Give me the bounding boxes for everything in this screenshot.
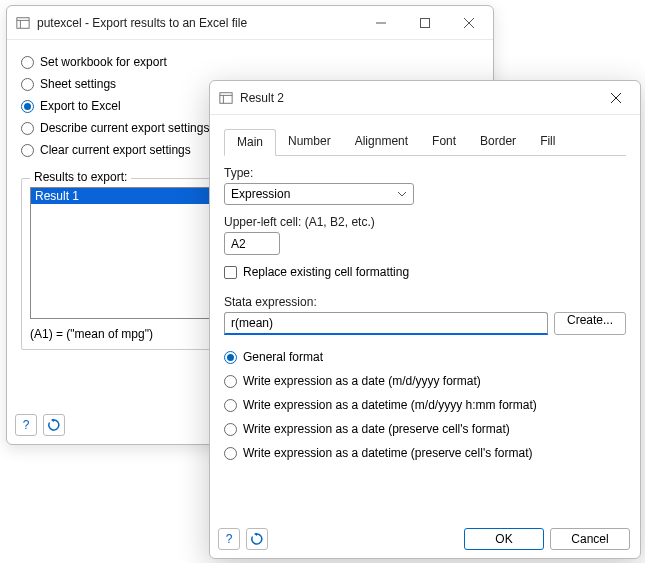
tab-number[interactable]: Number bbox=[276, 129, 343, 155]
cancel-button[interactable]: Cancel bbox=[550, 528, 630, 550]
stata-expr-value: r(mean) bbox=[231, 316, 273, 330]
ok-button[interactable]: OK bbox=[464, 528, 544, 550]
radio-label: General format bbox=[243, 350, 323, 364]
window-title: putexcel - Export results to an Excel fi… bbox=[37, 16, 359, 30]
minimize-button[interactable] bbox=[359, 8, 403, 38]
radio-label: Describe current export settings bbox=[40, 121, 209, 135]
maximize-button[interactable] bbox=[403, 8, 447, 38]
tab-border[interactable]: Border bbox=[468, 129, 528, 155]
chevron-down-icon bbox=[397, 189, 407, 199]
svg-rect-4 bbox=[421, 18, 430, 27]
help-button[interactable]: ? bbox=[218, 528, 240, 550]
radio-set-workbook[interactable]: Set workbook for export bbox=[21, 52, 479, 72]
cell-value: A2 bbox=[231, 237, 246, 251]
type-select[interactable]: Expression bbox=[224, 183, 414, 205]
radio-label: Write expression as a date (preserve cel… bbox=[243, 422, 510, 436]
replace-formatting-checkbox[interactable]: Replace existing cell formatting bbox=[224, 265, 626, 279]
reset-button[interactable] bbox=[43, 414, 65, 436]
radio-date[interactable]: Write expression as a date (m/d/yyyy for… bbox=[224, 371, 626, 391]
radio-label: Set workbook for export bbox=[40, 55, 167, 69]
svg-text:?: ? bbox=[23, 419, 30, 431]
tab-bar: Main Number Alignment Font Border Fill bbox=[224, 129, 626, 156]
checkbox-label: Replace existing cell formatting bbox=[243, 265, 409, 279]
app-icon bbox=[218, 90, 234, 106]
radio-label: Sheet settings bbox=[40, 77, 116, 91]
tab-alignment[interactable]: Alignment bbox=[343, 129, 420, 155]
type-value: Expression bbox=[231, 187, 290, 201]
stata-expr-input[interactable]: r(mean) bbox=[224, 312, 548, 335]
svg-text:?: ? bbox=[226, 533, 233, 545]
result-dialog: Result 2 Main Number Alignment Font Bord… bbox=[209, 80, 641, 559]
radio-label: Write expression as a date (m/d/yyyy for… bbox=[243, 374, 481, 388]
tab-fill[interactable]: Fill bbox=[528, 129, 567, 155]
reset-button[interactable] bbox=[246, 528, 268, 550]
tab-main[interactable]: Main bbox=[224, 129, 276, 156]
cell-label: Upper-left cell: (A1, B2, etc.) bbox=[224, 215, 626, 229]
radio-label: Write expression as a datetime (preserve… bbox=[243, 446, 533, 460]
titlebar[interactable]: putexcel - Export results to an Excel fi… bbox=[7, 6, 493, 40]
stata-expr-label: Stata expression: bbox=[224, 295, 626, 309]
radio-datetime[interactable]: Write expression as a datetime (m/d/yyyy… bbox=[224, 395, 626, 415]
app-icon bbox=[15, 15, 31, 31]
radio-date-preserve[interactable]: Write expression as a date (preserve cel… bbox=[224, 419, 626, 439]
tab-font[interactable]: Font bbox=[420, 129, 468, 155]
window-title: Result 2 bbox=[240, 91, 594, 105]
results-label: Results to export: bbox=[30, 170, 131, 184]
radio-label: Write expression as a datetime (m/d/yyyy… bbox=[243, 398, 537, 412]
close-button[interactable] bbox=[447, 8, 491, 38]
type-label: Type: bbox=[224, 166, 626, 180]
radio-label: Clear current export settings bbox=[40, 143, 191, 157]
svg-rect-8 bbox=[220, 92, 232, 103]
radio-general-format[interactable]: General format bbox=[224, 347, 626, 367]
cell-input[interactable]: A2 bbox=[224, 232, 280, 255]
radio-datetime-preserve[interactable]: Write expression as a datetime (preserve… bbox=[224, 443, 626, 463]
checkbox-icon bbox=[224, 266, 237, 279]
titlebar[interactable]: Result 2 bbox=[210, 81, 640, 115]
svg-rect-0 bbox=[17, 17, 29, 28]
radio-label: Export to Excel bbox=[40, 99, 121, 113]
create-button[interactable]: Create... bbox=[554, 312, 626, 335]
close-button[interactable] bbox=[594, 83, 638, 113]
help-button[interactable]: ? bbox=[15, 414, 37, 436]
